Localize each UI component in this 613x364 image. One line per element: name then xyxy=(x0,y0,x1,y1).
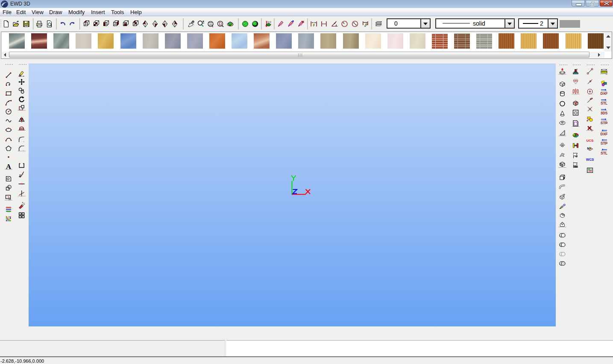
svg-text:DXF: DXF xyxy=(601,132,608,136)
svg-text:DXF: DXF xyxy=(601,91,608,96)
svg-text:UCS: UCS xyxy=(587,139,594,143)
svg-text:STL: STL xyxy=(601,101,607,105)
svg-text:STL: STL xyxy=(601,151,607,155)
svg-text:STP: STP xyxy=(601,141,608,146)
svg-text:(u,v): (u,v) xyxy=(267,21,272,23)
svg-text:3DS: 3DS xyxy=(601,111,608,115)
svg-text:STP: STP xyxy=(601,121,608,125)
